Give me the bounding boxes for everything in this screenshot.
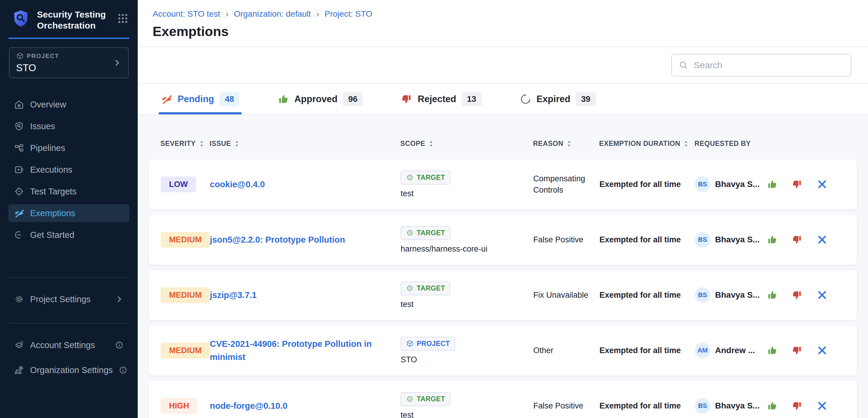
sidebar-item-pipelines[interactable]: Pipelines <box>8 139 129 157</box>
shield-search-icon <box>14 121 24 131</box>
sort-icon <box>235 140 239 147</box>
issue-link[interactable]: CVE-2021-44906: Prototype Pollution in m… <box>210 337 401 363</box>
info-icon[interactable] <box>115 341 124 350</box>
tab-expired[interactable]: Expired 39 <box>520 84 596 114</box>
tabs: Pending 48 Approved 96 Rejected 13 Expir… <box>138 84 868 115</box>
thumb-down-icon <box>792 345 802 356</box>
scope-badge: TARGET <box>401 281 451 295</box>
toolbar <box>138 47 868 84</box>
reject-button[interactable] <box>792 345 802 356</box>
cube-icon <box>16 52 24 60</box>
avatar: BS <box>695 177 710 192</box>
scope-badge: TARGET <box>401 171 451 184</box>
sidebar-item-test-targets[interactable]: Test Targets <box>8 182 129 200</box>
avatar: AM <box>695 343 710 358</box>
table-row: MEDIUM CVE-2021-44906: Prototype Polluti… <box>149 325 857 376</box>
scope-badge: TARGET <box>401 392 451 406</box>
exemption-duration: Exempted for all time <box>599 401 695 411</box>
home-icon <box>14 99 24 110</box>
cancel-button[interactable] <box>817 179 828 190</box>
approve-button[interactable] <box>767 345 777 356</box>
app-logo-shield-icon <box>11 9 30 28</box>
app-title: Security Testing Orchestration <box>37 9 116 31</box>
approve-button[interactable] <box>767 179 777 190</box>
column-header-scope[interactable]: SCOPE <box>400 140 533 159</box>
tab-rejected[interactable]: Rejected 13 <box>401 84 482 114</box>
sidebar-nav: Overview Issues Pipelines Executions Tes… <box>0 96 138 244</box>
sidebar-footer-account: Account Settings Organization Settings <box>0 336 138 379</box>
table-row: HIGH node-forge@0.10.0 TARGET test False… <box>149 381 857 418</box>
exemption-duration: Exempted for all time <box>599 235 695 244</box>
sidebar-item-overview[interactable]: Overview <box>8 96 129 113</box>
thumb-up-icon <box>767 400 777 411</box>
module-grid-button[interactable] <box>116 11 130 26</box>
reject-button[interactable] <box>792 234 802 245</box>
breadcrumb-link[interactable]: Organization: default <box>234 9 311 19</box>
reject-button[interactable] <box>792 400 802 411</box>
issue-link[interactable]: jszip@3.7.1 <box>210 288 270 302</box>
severity-badge: MEDIUM <box>161 287 210 303</box>
target-icon <box>406 174 414 181</box>
scope-type-label: TARGET <box>417 284 445 292</box>
account-icon <box>14 340 24 350</box>
cancel-button[interactable] <box>817 345 828 356</box>
reject-button[interactable] <box>792 290 802 301</box>
reject-button[interactable] <box>792 179 802 190</box>
issue-link[interactable]: node-forge@0.10.0 <box>210 399 301 412</box>
cube-icon <box>406 340 414 347</box>
cancel-button[interactable] <box>817 290 828 301</box>
thumb-down-icon <box>792 179 802 190</box>
approve-button[interactable] <box>767 290 777 301</box>
cancel-button[interactable] <box>817 234 828 245</box>
column-header-exemption-duration[interactable]: EXEMPTION DURATION <box>599 140 694 159</box>
requested-by-name: Bhavya S... <box>715 401 760 411</box>
tab-pending[interactable]: Pending 48 <box>161 84 239 114</box>
approve-button[interactable] <box>767 234 777 245</box>
sidebar-item-get-started[interactable]: Get Started <box>8 226 129 244</box>
approve-button[interactable] <box>767 400 777 411</box>
sort-icon <box>567 140 571 147</box>
issue-link[interactable]: json5@2.2.0: Prototype Pollution <box>210 233 358 246</box>
issue-link[interactable]: cookie@0.4.0 <box>210 178 278 191</box>
main-content: Account: STO test›Organization: default›… <box>138 0 868 418</box>
breadcrumb-link[interactable]: Account: STO test <box>153 9 220 19</box>
cancel-button[interactable] <box>817 400 828 411</box>
sidebar-header: Security Testing Orchestration <box>0 0 138 31</box>
thumb-up-icon <box>767 179 777 190</box>
search-box <box>671 54 851 76</box>
close-icon <box>817 290 828 301</box>
severity-badge: LOW <box>161 177 196 192</box>
column-header-reason[interactable]: REASON <box>533 140 599 159</box>
search-input[interactable] <box>693 60 844 71</box>
grid-icon <box>117 12 129 25</box>
project-selector[interactable]: PROJECT STO <box>9 47 129 78</box>
sidebar-item-issues[interactable]: Issues <box>8 117 129 135</box>
exemptions-table: SEVERITY ISSUE SCOPE REASON EXEMPTION DU… <box>138 115 868 418</box>
sidebar-item-executions[interactable]: Executions <box>8 161 129 179</box>
page-header: Account: STO test›Organization: default›… <box>138 0 868 47</box>
close-icon <box>817 345 828 356</box>
breadcrumb: Account: STO test›Organization: default›… <box>153 9 868 19</box>
column-header-requested-by[interactable]: REQUESTED BY <box>694 140 765 159</box>
clock-icon <box>520 94 531 105</box>
target-icon <box>14 186 24 197</box>
column-header-severity[interactable]: SEVERITY <box>160 140 210 159</box>
reason: Other <box>533 345 599 356</box>
sidebar-item-project-settings[interactable]: Project Settings <box>8 290 129 308</box>
info-icon[interactable] <box>119 365 128 375</box>
breadcrumb-link[interactable]: Project: STO <box>324 9 372 19</box>
sidebar-item-exemptions[interactable]: Exemptions <box>8 204 129 222</box>
avatar: BS <box>695 287 710 303</box>
sort-icon <box>684 140 688 147</box>
sidebar-item-account-settings[interactable]: Account Settings <box>8 336 129 354</box>
scope-type-label: TARGET <box>417 229 445 237</box>
column-header-issue[interactable]: ISSUE <box>210 140 400 159</box>
thumb-up-icon <box>767 290 777 301</box>
tab-count-badge: 48 <box>219 92 239 106</box>
tab-approved[interactable]: Approved 96 <box>278 84 363 114</box>
chevron-right-icon <box>115 295 124 304</box>
severity-badge: HIGH <box>161 398 197 414</box>
sidebar-item-organization-settings[interactable]: Organization Settings <box>8 361 129 379</box>
scope-name: harness/harness-core-ui <box>401 244 487 254</box>
project-selector-label: PROJECT <box>27 53 59 60</box>
